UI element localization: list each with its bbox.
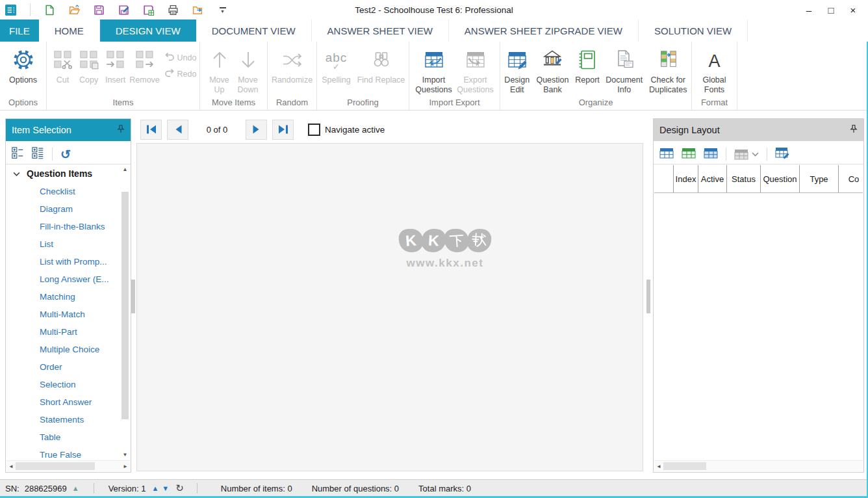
- reset-icon[interactable]: ↺: [60, 148, 71, 161]
- scrollbar-thumb[interactable]: [121, 192, 129, 419]
- undo-button[interactable]: Undo: [164, 51, 197, 64]
- column-index[interactable]: Index: [674, 165, 698, 192]
- maximize-button[interactable]: □: [820, 5, 842, 16]
- scroll-left-arrow[interactable]: ◄: [6, 464, 16, 469]
- version-down-icon[interactable]: ▼: [162, 484, 169, 492]
- tree-item-multiple-choice[interactable]: Multiple Choice: [6, 341, 120, 358]
- new-document-icon[interactable]: [44, 5, 55, 16]
- grid-horizontal-scrollbar[interactable]: ◄: [654, 460, 863, 471]
- export-file-icon[interactable]: [192, 5, 203, 16]
- collapse-all-icon[interactable]: [12, 147, 24, 162]
- tree-item-multi-part[interactable]: Multi-Part: [6, 323, 120, 341]
- global-fonts-button[interactable]: A Global Fonts: [696, 45, 733, 95]
- scroll-left-arrow[interactable]: ◄: [654, 464, 663, 469]
- tree-item-fill-in-the-blanks[interactable]: Fill-in-the-Blanks: [6, 218, 120, 235]
- scroll-right-arrow[interactable]: ►: [121, 464, 130, 469]
- tree-item-true-false[interactable]: True False: [6, 446, 120, 460]
- table-filled-icon[interactable]: [704, 148, 718, 161]
- minimize-button[interactable]: –: [798, 5, 820, 16]
- scrollbar-thumb[interactable]: [16, 462, 95, 470]
- print-icon[interactable]: [168, 5, 179, 16]
- pin-icon[interactable]: [850, 124, 858, 136]
- left-splitter-handle[interactable]: [131, 280, 135, 313]
- quick-access-toolbar: ▼: [0, 3, 228, 16]
- app-menu-icon[interactable]: [5, 5, 16, 16]
- tab-answer-sheet-zipgrade-view[interactable]: ANSWER SHEET ZIPGRADE VIEW: [449, 20, 639, 42]
- table-design-edit-icon[interactable]: [775, 147, 790, 162]
- randomize-button[interactable]: Randomize: [270, 45, 315, 85]
- question-bank-button[interactable]: Question Bank: [534, 45, 572, 95]
- column-question[interactable]: Question: [761, 165, 800, 192]
- design-layout-panel: Design Layout Index Active Status Questi…: [653, 118, 864, 473]
- move-up-button[interactable]: Move Up: [205, 45, 234, 95]
- next-item-button[interactable]: [246, 120, 267, 140]
- column-active[interactable]: Active: [698, 165, 727, 192]
- tab-design-view[interactable]: DESIGN VIEW: [100, 20, 196, 42]
- scroll-up-arrow[interactable]: ▲: [121, 166, 129, 174]
- find-replace-button[interactable]: Find Replace: [355, 45, 408, 85]
- first-item-button[interactable]: [140, 120, 162, 140]
- save-icon[interactable]: [94, 5, 105, 16]
- tree-root-question-items[interactable]: Question Items: [6, 164, 120, 183]
- scroll-down-arrow[interactable]: ▼: [121, 451, 129, 459]
- tree-horizontal-scrollbar[interactable]: ◄ ►: [6, 460, 130, 471]
- scrollbar-thumb[interactable]: [663, 462, 706, 470]
- column-co-truncated[interactable]: Co: [839, 165, 863, 192]
- table-blue-icon[interactable]: [659, 148, 674, 161]
- pin-icon[interactable]: [117, 124, 125, 136]
- redo-button[interactable]: Redo: [164, 68, 197, 80]
- version-up-icon[interactable]: ▲: [151, 484, 159, 492]
- tree-item-table[interactable]: Table: [6, 428, 120, 446]
- tree-item-checklist[interactable]: Checklist: [6, 183, 120, 200]
- tab-answer-sheet-view[interactable]: ANSWER SHEET VIEW: [312, 20, 449, 42]
- tree-item-list-with-prompts[interactable]: List with Promp...: [6, 253, 120, 270]
- column-row-selector[interactable]: [654, 165, 674, 192]
- import-questions-button[interactable]: Import Questions: [413, 45, 455, 95]
- export-questions-button[interactable]: Export Questions: [455, 45, 496, 95]
- open-file-icon[interactable]: [69, 5, 80, 16]
- tree-item-short-answer[interactable]: Short Answer: [6, 393, 120, 411]
- spelling-button[interactable]: abc✓ Spelling: [318, 45, 355, 85]
- version-refresh-icon[interactable]: ↻: [175, 482, 184, 494]
- design-edit-button[interactable]: Design Edit: [500, 45, 534, 95]
- copy-button[interactable]: Copy: [76, 45, 102, 85]
- tree-item-multi-match[interactable]: Multi-Match: [6, 306, 120, 323]
- remove-button[interactable]: Remove: [129, 45, 160, 85]
- tree-item-statements[interactable]: Statements: [6, 411, 120, 428]
- save-layout-icon[interactable]: [143, 5, 154, 16]
- tree-vertical-scrollbar[interactable]: ▲ ▼: [121, 166, 129, 459]
- move-down-button[interactable]: Move Down: [234, 45, 262, 95]
- tree-item-list[interactable]: List: [6, 235, 120, 253]
- cut-button[interactable]: Cut: [50, 45, 76, 85]
- tree-item-selection[interactable]: Selection: [6, 376, 120, 393]
- tree-item-long-answer[interactable]: Long Answer (E...: [6, 270, 120, 288]
- tab-home[interactable]: HOME: [39, 20, 100, 42]
- chevron-down-icon[interactable]: [13, 168, 20, 179]
- tab-solution-view[interactable]: SOLUTION VIEW: [639, 20, 748, 42]
- save-as-icon[interactable]: [118, 5, 129, 16]
- options-button[interactable]: Options: [9, 45, 37, 85]
- group-label-move-items: Move Items: [200, 98, 267, 107]
- expand-all-icon[interactable]: [32, 147, 44, 162]
- redo-icon: [164, 68, 175, 80]
- table-green-icon[interactable]: [682, 148, 696, 161]
- tab-document-view[interactable]: DOCUMENT VIEW: [196, 20, 312, 42]
- navigate-active-checkbox[interactable]: [308, 124, 320, 136]
- tree-item-diagram[interactable]: Diagram: [6, 200, 120, 218]
- right-splitter-handle[interactable]: [646, 280, 650, 313]
- previous-item-button[interactable]: [167, 120, 188, 140]
- customize-toolbar-icon[interactable]: ▼: [217, 5, 228, 16]
- column-type[interactable]: Type: [800, 165, 839, 192]
- sn-expand-icon[interactable]: ▲: [72, 484, 79, 492]
- tree-item-order[interactable]: Order: [6, 358, 120, 376]
- report-button[interactable]: Report: [571, 45, 604, 85]
- table-gray-menu-icon[interactable]: [734, 149, 759, 160]
- insert-button[interactable]: Insert: [102, 45, 129, 85]
- last-item-button[interactable]: [272, 120, 294, 140]
- tab-file[interactable]: FILE: [0, 20, 39, 42]
- column-status[interactable]: Status: [727, 165, 761, 192]
- check-duplicates-button[interactable]: Check for Duplicates: [645, 45, 691, 95]
- document-info-button[interactable]: Document Info: [604, 45, 645, 95]
- tree-item-matching[interactable]: Matching: [6, 288, 120, 306]
- close-button[interactable]: ×: [842, 5, 864, 16]
